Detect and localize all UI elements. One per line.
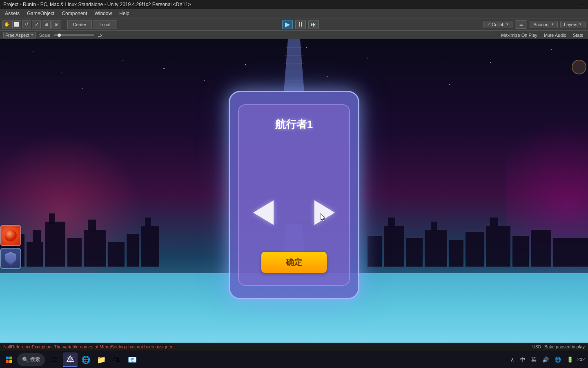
pivot-tools: Center Local (67, 20, 117, 29)
aspect-dropdown-arrow: ▼ (31, 33, 34, 37)
right-arrow-icon (314, 200, 335, 225)
menu-gameobject[interactable]: GameObject (24, 10, 58, 17)
layers-dropdown-arrow: ▼ (579, 22, 582, 26)
glow-circle-decoration (572, 60, 586, 74)
taskbar-volume-icon[interactable]: 🔊 (541, 356, 550, 364)
star (429, 54, 429, 54)
taskbar-app-browser[interactable]: 🌐 (78, 352, 93, 367)
left-ui-panel (0, 225, 21, 273)
taskbar-app-files[interactable]: 📁 (94, 352, 109, 367)
taskbar-lang-en[interactable]: 英 (530, 355, 538, 364)
layers-button[interactable]: Layers ▼ (560, 21, 586, 28)
taskbar-app-explorer[interactable]: 🗂 (47, 352, 62, 367)
menu-component[interactable]: Component (58, 10, 90, 17)
confirm-button[interactable]: 确定 (261, 252, 327, 273)
title-bar: Project - RunIn - PC, Mac & Linux Standa… (0, 0, 588, 9)
svg-rect-12 (145, 218, 151, 227)
taskbar-network-icon[interactable]: 🌐 (553, 356, 563, 364)
taskbar-app-store[interactable]: 🛍 (109, 352, 124, 367)
star (33, 52, 33, 52)
svg-rect-20 (466, 232, 484, 267)
play-button[interactable]: ▶ (282, 20, 293, 29)
taskbar-lang-zh[interactable]: 中 (519, 355, 527, 364)
star (184, 52, 184, 52)
scale-tool[interactable]: ⤢ (32, 20, 41, 29)
ui-item-ball[interactable] (0, 225, 21, 246)
usd-label: USD (532, 345, 541, 349)
playback-controls: ▶ ⏸ ⏭ (119, 20, 482, 29)
taskbar-app-unity[interactable] (63, 352, 78, 367)
menu-window[interactable]: Window (91, 10, 115, 17)
windows-logo-sq1 (6, 357, 9, 359)
search-icon: 🔍 (22, 357, 29, 363)
hand-tool[interactable]: ✋ (2, 20, 11, 29)
step-button[interactable]: ⏭ (308, 20, 319, 29)
scale-slider[interactable] (53, 34, 94, 36)
local-pivot-btn[interactable]: Local (93, 20, 117, 29)
windows-logo-sq3 (6, 360, 9, 363)
transform-tool[interactable]: ⊕ (51, 20, 60, 29)
move-tool[interactable]: ⬜ (12, 20, 21, 29)
dialog-character-name: 航行者1 (275, 117, 313, 132)
mute-audio-btn[interactable]: Mute Audio (542, 32, 568, 38)
star (204, 80, 205, 81)
taskbar-chevron[interactable]: ∧ (509, 356, 516, 364)
unity-status-bar: NullReferenceException: The variable nam… (0, 343, 588, 351)
start-button[interactable] (2, 352, 16, 367)
windows-taskbar: 🔍 搜索 🗂 🌐 📁 🛍 📧 ∧ 中 英 🔊 🌐 🔋 202 (0, 351, 588, 368)
svg-rect-13 (368, 236, 382, 267)
menu-assets[interactable]: Assets (2, 10, 23, 17)
scale-label: Scale (39, 33, 51, 38)
aspect-ratio-dropdown[interactable]: Free Aspect ▼ (3, 32, 36, 38)
menu-bar: Assets GameObject Component Window Help (0, 9, 588, 18)
star (490, 62, 491, 63)
character-preview-area (247, 140, 341, 177)
next-character-button[interactable] (312, 200, 337, 225)
svg-rect-25 (553, 238, 588, 267)
cloud-button[interactable]: ☁ (515, 20, 527, 29)
collab-checkmark: ✓ (487, 22, 490, 27)
svg-rect-23 (512, 236, 529, 267)
cloud-icon: ☁ (519, 22, 523, 27)
center-label: Center (73, 22, 86, 27)
svg-rect-3 (33, 230, 41, 242)
taskbar-clock[interactable]: 202 (577, 357, 585, 362)
layers-label: Layers (564, 22, 577, 27)
collab-dropdown-arrow: ▼ (506, 22, 509, 26)
svg-rect-14 (384, 226, 404, 267)
maximize-on-play-btn[interactable]: Maximize On Play (499, 32, 539, 38)
collab-label: Collab (492, 22, 504, 27)
svg-rect-7 (84, 230, 106, 267)
windows-logo-sq4 (9, 360, 12, 363)
taskbar-apps: 🗂 🌐 📁 🛍 📧 (47, 352, 140, 367)
left-glow (0, 133, 143, 296)
rotate-tool[interactable]: ↺ (22, 20, 31, 29)
stats-btn[interactable]: Stats (571, 32, 585, 38)
star (245, 64, 246, 65)
svg-rect-19 (449, 240, 463, 267)
taskbar-battery-icon[interactable]: 🔋 (565, 356, 575, 364)
ui-item-shield[interactable] (0, 248, 21, 269)
taskbar-system-tray: ∧ 中 英 🔊 🌐 🔋 202 (509, 355, 586, 364)
game-viewport: 航行者1 确定 (0, 39, 588, 351)
svg-rect-16 (406, 238, 423, 267)
window-close-button[interactable]: — (578, 1, 585, 8)
pause-button[interactable]: ⏸ (295, 20, 306, 29)
svg-rect-22 (490, 218, 498, 227)
star (82, 88, 82, 89)
center-pivot-btn[interactable]: Center (67, 20, 92, 29)
svg-rect-11 (141, 226, 159, 267)
separator-1 (64, 20, 64, 29)
taskbar-time-value: 202 (577, 357, 585, 362)
menu-help[interactable]: Help (116, 10, 133, 17)
prev-character-button[interactable] (251, 200, 276, 225)
taskbar-search[interactable]: 🔍 搜索 (17, 353, 45, 366)
account-button[interactable]: Account ▼ (530, 21, 558, 28)
collab-button[interactable]: ✓ Collab ▼ (483, 21, 512, 28)
rect-tool[interactable]: ⊞ (42, 20, 51, 29)
svg-rect-9 (108, 242, 125, 267)
transform-tools: ✋ ⬜ ↺ ⤢ ⊞ ⊕ (2, 20, 60, 29)
star (368, 58, 368, 58)
dialog-inner-panel: 航行者1 确定 (238, 104, 350, 286)
taskbar-app-mail[interactable]: 📧 (125, 352, 140, 367)
